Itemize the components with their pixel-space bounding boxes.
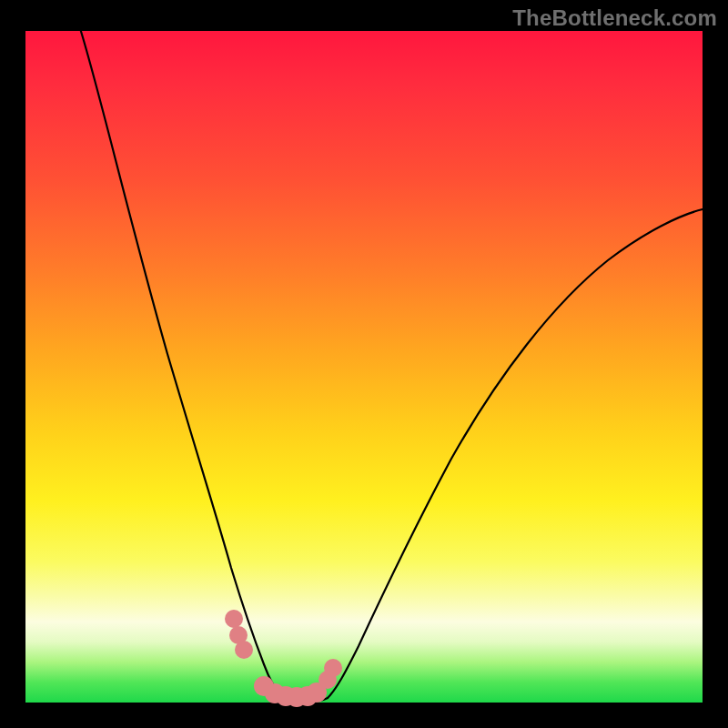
curve-left-limb: [79, 25, 282, 697]
watermark-label: TheBottleneck.com: [512, 5, 717, 31]
bottleneck-curve: [25, 31, 703, 703]
plot-area: [25, 31, 703, 703]
marker-dot: [324, 659, 342, 677]
marker-dot: [235, 641, 253, 659]
chart-frame: TheBottleneck.com: [0, 0, 728, 728]
curve-right-limb: [328, 209, 703, 698]
valley-markers: [225, 610, 342, 707]
marker-dot: [225, 610, 243, 628]
